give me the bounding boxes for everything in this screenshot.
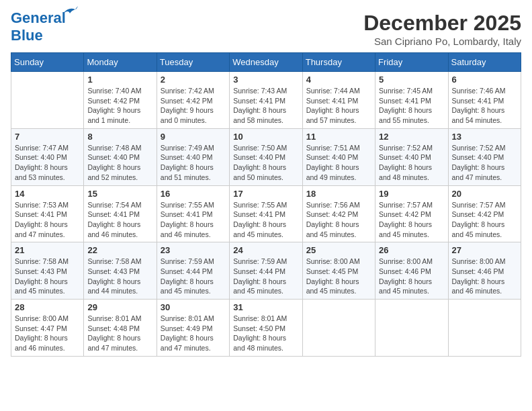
day-info-line: Sunrise: 7:43 AM [233, 86, 298, 96]
day-info-line: and 45 minutes. [15, 286, 80, 296]
day-info-line: Sunset: 4:41 PM [452, 96, 517, 106]
calendar-cell: 25Sunrise: 8:00 AMSunset: 4:45 PMDayligh… [302, 242, 375, 300]
day-info-line: Sunrise: 7:59 AM [233, 257, 298, 267]
day-info-line: and 45 minutes. [379, 286, 444, 296]
day-info-line: Sunset: 4:43 PM [87, 267, 152, 277]
day-info-line: Sunset: 4:40 PM [452, 152, 517, 163]
day-number: 1 [87, 75, 152, 85]
logo: General Blue [11, 11, 66, 44]
day-number: 15 [87, 189, 152, 199]
day-info-line: Sunrise: 7:44 AM [306, 86, 371, 96]
day-number: 10 [233, 132, 298, 142]
day-info-line: Sunset: 4:41 PM [15, 210, 80, 220]
day-info-line: Sunrise: 7:50 AM [233, 143, 298, 153]
day-info-line: Sunset: 4:41 PM [233, 210, 298, 220]
day-info-line: and 46 minutes. [15, 343, 80, 353]
day-info-line: and 47 minutes. [161, 343, 226, 353]
day-info-line: and 45 minutes. [379, 230, 444, 240]
day-info-line: Daylight: 8 hours [452, 163, 517, 173]
day-number: 3 [233, 75, 298, 85]
calendar-cell: 7Sunrise: 7:47 AMSunset: 4:40 PMDaylight… [11, 128, 84, 185]
day-info-line: Sunset: 4:40 PM [87, 152, 152, 163]
day-info-line: Sunset: 4:44 PM [161, 267, 226, 277]
day-number: 20 [452, 189, 517, 199]
calendar-cell [302, 300, 375, 357]
day-number: 24 [233, 245, 298, 255]
day-info-line: Sunset: 4:42 PM [87, 96, 152, 106]
day-info-line: Daylight: 9 hours [87, 105, 152, 116]
calendar-cell [375, 300, 448, 357]
day-info-line: and 1 minute. [87, 116, 152, 126]
day-info-line: Sunrise: 8:00 AM [379, 257, 444, 267]
day-info-line: Daylight: 8 hours [87, 277, 152, 287]
day-info-line: Sunset: 4:49 PM [161, 324, 226, 334]
week-row-3: 14Sunrise: 7:53 AMSunset: 4:41 PMDayligh… [11, 185, 521, 242]
calendar-cell: 5Sunrise: 7:45 AMSunset: 4:41 PMDaylight… [375, 72, 448, 129]
day-number: 21 [15, 245, 80, 255]
day-info-line: and 57 minutes. [306, 116, 371, 126]
day-info-line: Daylight: 9 hours [161, 105, 226, 116]
calendar-cell: 13Sunrise: 7:52 AMSunset: 4:40 PMDayligh… [448, 128, 521, 185]
day-number: 8 [87, 132, 152, 142]
day-info-line: and 49 minutes. [306, 173, 371, 183]
day-info-line: Sunset: 4:47 PM [15, 324, 80, 334]
day-info-line: Sunrise: 7:57 AM [379, 200, 444, 210]
day-info-line: and 55 minutes. [379, 116, 444, 126]
day-info-line: and 45 minutes. [306, 230, 371, 240]
day-number: 16 [161, 189, 226, 199]
calendar-cell: 26Sunrise: 8:00 AMSunset: 4:46 PMDayligh… [375, 242, 448, 300]
day-info-line: and 46 minutes. [161, 230, 226, 240]
day-info-line: Daylight: 8 hours [379, 277, 444, 287]
day-info-line: Daylight: 8 hours [306, 220, 371, 230]
calendar-cell: 20Sunrise: 7:57 AMSunset: 4:42 PMDayligh… [448, 185, 521, 242]
day-info-line: Daylight: 8 hours [15, 277, 80, 287]
day-info-line: and 0 minutes. [161, 116, 226, 126]
day-number: 2 [161, 75, 226, 85]
day-info-line: and 46 minutes. [87, 230, 152, 240]
calendar-cell: 9Sunrise: 7:49 AMSunset: 4:40 PMDaylight… [157, 128, 229, 185]
day-info-line: Sunrise: 7:47 AM [15, 143, 80, 153]
day-info-line: and 54 minutes. [452, 116, 517, 126]
day-info-line: Daylight: 8 hours [379, 105, 444, 116]
day-info-line: Sunset: 4:48 PM [87, 324, 152, 334]
day-info-line: Daylight: 8 hours [161, 333, 226, 343]
day-number: 19 [379, 189, 444, 199]
calendar-cell: 8Sunrise: 7:48 AMSunset: 4:40 PMDaylight… [84, 128, 157, 185]
day-info-line: Daylight: 8 hours [233, 105, 298, 116]
weekday-header-sunday: Sunday [11, 53, 84, 72]
day-info-line: Daylight: 8 hours [87, 220, 152, 230]
calendar-cell: 3Sunrise: 7:43 AMSunset: 4:41 PMDaylight… [230, 72, 302, 129]
calendar-cell [448, 300, 521, 357]
calendar-cell: 14Sunrise: 7:53 AMSunset: 4:41 PMDayligh… [11, 185, 84, 242]
calendar-cell: 23Sunrise: 7:59 AMSunset: 4:44 PMDayligh… [157, 242, 229, 300]
day-info-line: Sunrise: 7:57 AM [452, 200, 517, 210]
day-info-line: Sunrise: 8:00 AM [15, 314, 80, 324]
day-info-line: and 46 minutes. [452, 286, 517, 296]
calendar-cell: 16Sunrise: 7:55 AMSunset: 4:41 PMDayligh… [157, 185, 229, 242]
day-info-line: Daylight: 8 hours [233, 220, 298, 230]
day-info-line: Daylight: 8 hours [161, 163, 226, 173]
week-row-5: 28Sunrise: 8:00 AMSunset: 4:47 PMDayligh… [11, 300, 521, 357]
day-info-line: and 47 minutes. [15, 230, 80, 240]
weekday-header-thursday: Thursday [302, 53, 375, 72]
day-info-line: and 48 minutes. [379, 173, 444, 183]
day-number: 26 [379, 245, 444, 255]
calendar-cell: 27Sunrise: 8:00 AMSunset: 4:46 PMDayligh… [448, 242, 521, 300]
day-info-line: Sunset: 4:43 PM [15, 267, 80, 277]
day-number: 12 [379, 132, 444, 142]
calendar-cell: 31Sunrise: 8:01 AMSunset: 4:50 PMDayligh… [230, 300, 302, 357]
calendar-cell: 28Sunrise: 8:00 AMSunset: 4:47 PMDayligh… [11, 300, 84, 357]
day-number: 6 [452, 75, 517, 85]
day-info-line: Sunset: 4:45 PM [306, 267, 371, 277]
calendar-cell: 6Sunrise: 7:46 AMSunset: 4:41 PMDaylight… [448, 72, 521, 129]
calendar-cell: 12Sunrise: 7:52 AMSunset: 4:40 PMDayligh… [375, 128, 448, 185]
weekday-header-wednesday: Wednesday [230, 53, 302, 72]
logo-blue-text: Blue [11, 27, 43, 44]
day-info-line: Daylight: 8 hours [379, 163, 444, 173]
weekday-header-row: SundayMondayTuesdayWednesdayThursdayFrid… [11, 53, 521, 72]
day-number: 7 [15, 132, 80, 142]
day-info-line: Sunset: 4:41 PM [233, 96, 298, 106]
day-number: 31 [233, 302, 298, 312]
day-info-line: Sunset: 4:40 PM [161, 152, 226, 163]
day-info-line: Sunset: 4:41 PM [306, 96, 371, 106]
